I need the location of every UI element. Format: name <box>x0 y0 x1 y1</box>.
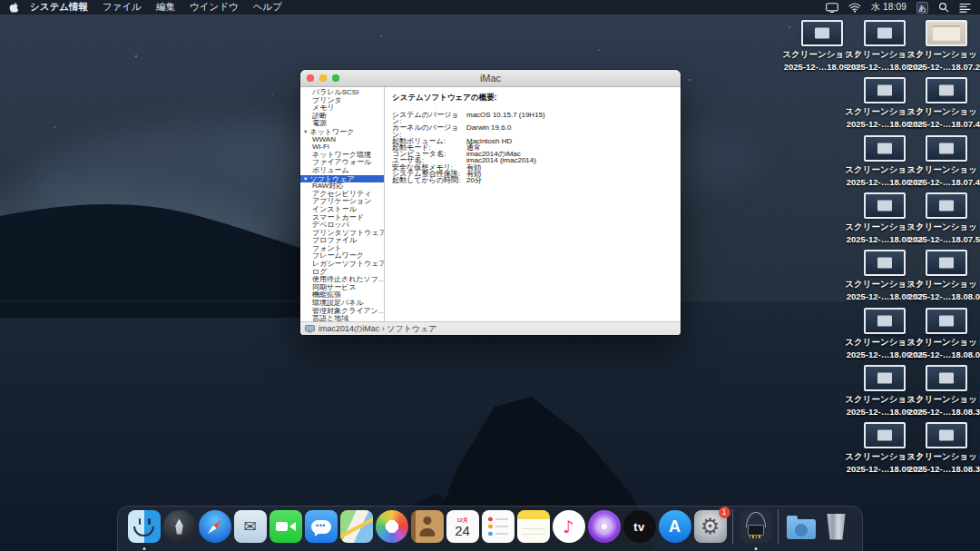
desktop-icon-screenshot[interactable]: スクリーンショット2025-12-…18.07.42 <box>916 77 976 129</box>
thumbnail-window <box>877 257 892 268</box>
menubar-clock[interactable]: 水 18:09 <box>871 1 906 14</box>
display-mirroring-icon[interactable] <box>826 3 838 13</box>
sidebar-item[interactable]: アクセシビリティ <box>300 191 384 199</box>
desktop-icon-screenshot[interactable]: スクリーンショット2025-12-…18.08.04 <box>916 308 976 359</box>
desktop-icon-screenshot[interactable]: スクリーンショット2025-12-…18.07.49 <box>916 135 976 187</box>
desktop-icon-screenshot[interactable]: スクリーンショット2025-12-…18.09.28 <box>792 20 852 72</box>
spotlight-icon[interactable] <box>938 2 949 13</box>
dock-item-trash[interactable] <box>818 509 854 544</box>
dock-item-calendar[interactable]: 12月24 <box>445 509 480 544</box>
input-source-icon[interactable]: あ <box>916 2 928 14</box>
dock-item-system-preferences[interactable]: ⚙1 <box>692 509 728 544</box>
desktop-icon-screenshot[interactable]: スクリーンショット2025-12-…18.08.40 <box>855 20 915 72</box>
sidebar-item[interactable]: レガシーソフトウェア <box>300 261 384 269</box>
sidebar-item[interactable]: プリンタソフトウェア <box>300 230 384 238</box>
window-titlebar[interactable]: iMac <box>300 70 681 87</box>
desktop-icon-screenshot[interactable]: スクリーンショット2025-12-…18.08.45 <box>855 135 915 187</box>
desktop-icon-screenshot[interactable]: スクリーンショット2025-12-…18.09.20 <box>855 365 915 417</box>
screenshot-thumbnail <box>926 77 967 103</box>
desktop-icon-label: 2025-12-…18.07.49 <box>908 177 980 187</box>
sidebar-item[interactable]: プロファイル <box>300 237 384 245</box>
app-menu-title[interactable]: システム情報 <box>30 1 88 14</box>
sidebar-item[interactable]: パラレルSCSI <box>300 89 384 97</box>
sidebar-item[interactable]: 同期サービス <box>300 284 384 292</box>
sidebar-item[interactable]: 環境設定パネル <box>300 300 384 308</box>
sidebar-item[interactable]: フォント <box>300 245 384 253</box>
sidebar-item[interactable]: メモリ <box>300 104 384 113</box>
photos-icon <box>376 510 408 543</box>
desktop-icon-screenshot[interactable]: スクリーンショット2025-12-…18.07.29 <box>916 20 976 72</box>
dock-item-messages[interactable]: ••• <box>303 509 338 544</box>
apple-menu[interactable] <box>9 2 19 14</box>
wifi-icon[interactable] <box>848 3 861 13</box>
sidebar-item[interactable]: フレームワーク <box>300 252 384 261</box>
sidebar-item[interactable]: 言語と地域 <box>300 315 384 321</box>
sidebar-item[interactable]: デベロッパ <box>300 221 384 230</box>
sidebar-item-label: レガシーソフトウェア <box>312 261 384 268</box>
dock-item-contacts[interactable] <box>409 509 445 544</box>
dock-item-system-information[interactable] <box>738 509 773 544</box>
dock-item-notes[interactable] <box>515 509 551 544</box>
sidebar-item[interactable]: ファイアウォール <box>300 159 384 167</box>
sidebar-item[interactable]: アプリケーション <box>300 198 384 206</box>
desktop-icon-screenshot[interactable]: スクリーンショット2025-12-…18.08.01 <box>916 250 976 301</box>
dock-item-podcasts[interactable] <box>586 509 622 544</box>
sidebar-item[interactable]: Wi-Fi <box>300 143 384 152</box>
desktop-icon-screenshot[interactable]: スクリーンショット2025-12-…18.08.50 <box>855 77 915 129</box>
sidebar-group-header[interactable]: ▼ネットワーク <box>300 128 384 136</box>
thumbnail-window <box>877 27 892 38</box>
sidebar-item[interactable]: スマートカード <box>300 214 384 222</box>
sidebar-item[interactable]: ネットワーク環境 <box>300 152 384 160</box>
dock-item-photos[interactable] <box>374 509 409 544</box>
desktop-icon-screenshot[interactable]: スクリーンショット2025-12-…18.08.30 <box>916 365 976 417</box>
sidebar-item[interactable]: 電源 <box>300 120 384 128</box>
dock-item-app-store[interactable]: A <box>657 509 692 544</box>
dock-item-finder[interactable] <box>126 509 162 544</box>
notification-center-icon[interactable] <box>959 3 971 13</box>
sidebar-item[interactable]: WWAN <box>300 136 384 144</box>
launchpad-icon <box>163 510 196 543</box>
dock-item-safari[interactable] <box>197 509 232 544</box>
dock-item-music[interactable]: ♪ <box>551 509 586 544</box>
desktop-icon-screenshot[interactable]: スクリーンショット2025-12-…18.07.52 <box>916 192 976 244</box>
music-icon: ♪ <box>553 510 585 543</box>
notification-badge: 1 <box>719 507 730 518</box>
dock-item-mail[interactable]: ✉ <box>232 509 268 544</box>
desktop-icon-label: スクリーンショット <box>906 451 980 461</box>
dock-item-apple-tv[interactable]: tv <box>622 509 657 544</box>
menubar-menu-item[interactable]: ウインドウ <box>190 1 239 12</box>
menubar-menu-item[interactable]: ヘルプ <box>253 1 282 12</box>
maps-icon <box>340 510 373 543</box>
app-store-icon: A <box>659 510 691 543</box>
sidebar-item[interactable]: RAW対応 <box>300 182 384 191</box>
sidebar-item[interactable]: インストール <box>300 206 384 214</box>
desktop-icon-screenshot[interactable]: スクリーンショット2025-12-…18.09.04 <box>855 308 915 359</box>
desktop-icon-label: 2025-12-…18.07.29 <box>908 62 980 72</box>
sidebar-item[interactable]: プリンタ <box>300 97 384 105</box>
overview-value: 20分 <box>466 177 681 183</box>
dock-item-facetime[interactable] <box>268 509 303 544</box>
desktop-icon-label: 2025-12-…18.07.42 <box>908 119 980 129</box>
dock-item-reminders[interactable] <box>480 509 515 544</box>
menubar-menu-item[interactable]: ファイル <box>103 1 142 12</box>
sidebar-group-header[interactable]: ▼ソフトウェア <box>300 175 384 183</box>
thumbnail-window <box>939 315 954 326</box>
sidebar-item[interactable]: 機能拡張 <box>300 291 384 300</box>
desktop-icon-screenshot[interactable]: スクリーンショット2025-12-…18.08.34 <box>916 422 976 474</box>
dock-item-downloads-folder[interactable] <box>783 509 818 544</box>
overview-row: 起動ボリューム:Macintosh HD <box>392 138 681 144</box>
dock-item-maps[interactable] <box>338 509 374 544</box>
sidebar-item[interactable]: 管理対象クライアン… <box>300 308 384 316</box>
desktop-icon-screenshot[interactable]: スクリーンショット2025-12-…18.08.57 <box>855 250 915 301</box>
sidebar-item[interactable]: 使用停止されたソフ… <box>300 276 384 284</box>
screenshot-thumbnail <box>926 422 967 448</box>
desktop-icon-screenshot[interactable]: スクリーンショット2025-12-…18.08.54 <box>855 192 915 244</box>
overview-value: macOS 10.15.7 (19H15) <box>466 112 681 124</box>
menubar-menu-item[interactable]: 編集 <box>156 1 175 12</box>
thumbnail-window <box>815 27 829 38</box>
desktop-icon-screenshot[interactable]: スクリーンショット2025-12-…18.09.25 <box>855 422 915 474</box>
sidebar-item[interactable]: 診断 <box>300 113 384 121</box>
sidebar-item[interactable]: ログ <box>300 269 384 277</box>
dock-item-launchpad[interactable] <box>162 509 197 544</box>
sidebar-item[interactable]: ボリューム <box>300 167 384 175</box>
